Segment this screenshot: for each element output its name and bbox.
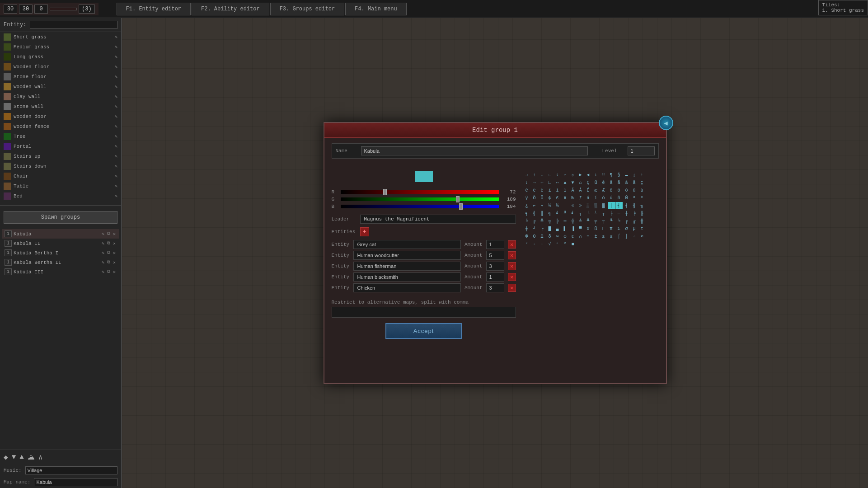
char-cell[interactable]: Å: [577, 187, 584, 194]
entity-amount-input[interactable]: [486, 283, 504, 292]
remove-entity-button[interactable]: ✕: [508, 251, 516, 259]
char-cell[interactable]: ä: [615, 179, 623, 186]
entity-amount-input[interactable]: [486, 240, 504, 249]
char-cell[interactable]: ╖: [638, 202, 646, 209]
char-cell[interactable]: ↓: [539, 171, 546, 178]
char-cell[interactable]: █: [546, 225, 554, 232]
spawn-item-kabula-bertha-ii[interactable]: 1 Kabula Bertha II ✎ ⧉ ✕: [2, 258, 119, 267]
char-cell[interactable]: ▓: [600, 202, 607, 209]
edit-pencil-icon[interactable]: ✎: [101, 231, 105, 237]
char-cell[interactable]: á: [585, 194, 592, 202]
char-cell[interactable]: ï: [546, 187, 554, 194]
char-cell[interactable]: ╩: [539, 217, 546, 225]
remove-entity-button[interactable]: ✕: [508, 284, 516, 292]
remove-entity-button[interactable]: ✕: [508, 262, 516, 270]
char-cell[interactable]: ▄: [554, 225, 561, 232]
char-cell[interactable]: ↕: [592, 171, 600, 178]
delete-icon[interactable]: ✕: [112, 269, 117, 275]
char-cell[interactable]: ╧: [577, 217, 584, 225]
char-cell[interactable]: º: [638, 194, 646, 202]
char-cell[interactable]: ≈: [638, 233, 646, 240]
g-slider[interactable]: [341, 197, 499, 201]
restrict-input[interactable]: [332, 307, 516, 318]
char-cell[interactable]: τ: [638, 225, 646, 232]
char-cell[interactable]: √: [546, 240, 554, 248]
char-cell[interactable]: ↑: [638, 171, 646, 178]
char-cell[interactable]: ╣: [531, 210, 538, 217]
char-cell[interactable]: ö: [615, 187, 623, 194]
sidebar-item-tree[interactable]: Tree ✎: [0, 131, 121, 141]
char-cell[interactable]: ù: [638, 187, 646, 194]
map-name-input[interactable]: [34, 478, 117, 486]
char-cell[interactable]: Γ: [600, 225, 607, 232]
char-cell[interactable]: Ñ: [623, 194, 630, 202]
char-cell[interactable]: ∞: [554, 233, 561, 240]
char-cell[interactable]: ⌐: [531, 202, 538, 209]
char-cell[interactable]: ª: [631, 194, 638, 202]
char-cell[interactable]: ⌂: [577, 179, 584, 186]
char-cell[interactable]: ╘: [615, 217, 623, 225]
char-cell[interactable]: ⌠: [615, 233, 623, 240]
char-cell[interactable]: Φ: [523, 233, 530, 240]
char-cell[interactable]: ¥: [562, 194, 569, 202]
char-cell[interactable]: â: [608, 179, 615, 186]
sidebar-item-wooden-wall[interactable]: Wooden wall ✎: [0, 82, 121, 92]
edit-pencil-icon[interactable]: ✎: [101, 259, 105, 266]
entity-name-input[interactable]: [353, 272, 461, 282]
sidebar-item-wooden-fence[interactable]: Wooden fence ✎: [0, 122, 121, 131]
char-cell[interactable]: à: [623, 179, 630, 186]
char-cell[interactable]: ▼: [569, 179, 577, 186]
char-cell[interactable]: ÿ: [523, 194, 530, 202]
char-cell[interactable]: ╞: [631, 210, 638, 217]
char-cell[interactable]: í: [592, 194, 600, 202]
char-cell[interactable]: ·: [539, 240, 546, 248]
char-cell[interactable]: é: [600, 179, 607, 186]
edit-icon[interactable]: ✎: [115, 124, 117, 129]
char-cell[interactable]: ë: [531, 187, 538, 194]
char-cell[interactable]: ╫: [638, 217, 646, 225]
char-cell[interactable]: ≥: [600, 233, 607, 240]
char-cell[interactable]: ╢: [631, 202, 638, 209]
char-cell[interactable]: ▌: [562, 225, 569, 232]
entity-name-input[interactable]: [353, 251, 461, 260]
char-cell[interactable]: Ω: [539, 233, 546, 240]
char-cell[interactable]: Æ: [600, 187, 607, 194]
spawn-item-kabula-bertha-i[interactable]: 1 Kabula Bertha I ✎ ⧉ ✕: [2, 248, 119, 258]
char-cell[interactable]: ₧: [569, 194, 577, 202]
edit-icon[interactable]: ✎: [115, 164, 117, 169]
char-cell[interactable]: ┴: [592, 210, 600, 217]
char-cell[interactable]: ┘: [531, 225, 538, 232]
copy-icon[interactable]: ⧉: [106, 269, 111, 275]
char-cell[interactable]: ╬: [569, 217, 577, 225]
char-cell[interactable]: ‼: [600, 171, 607, 178]
entity-amount-input[interactable]: [486, 272, 504, 282]
edit-icon[interactable]: ✎: [115, 183, 117, 189]
char-cell[interactable]: ô: [608, 187, 615, 194]
char-cell[interactable]: ◄: [585, 171, 592, 178]
char-cell[interactable]: φ: [562, 233, 569, 240]
diamond-tool[interactable]: ◆: [4, 453, 8, 462]
char-cell[interactable]: ←: [546, 171, 554, 178]
copy-icon[interactable]: ⧉: [106, 259, 111, 266]
char-cell[interactable]: ¼: [554, 202, 561, 209]
edit-icon[interactable]: ✎: [115, 44, 117, 50]
drop-tool[interactable]: ▼: [12, 453, 16, 461]
char-cell[interactable]: É: [585, 187, 592, 194]
sidebar-item-stairs-down[interactable]: Stairs down ✎: [0, 161, 121, 171]
sidebar-item-stone-wall[interactable]: Stone wall ✎: [0, 102, 121, 112]
char-cell[interactable]: σ: [623, 225, 630, 232]
char-cell[interactable]: ¶: [608, 171, 615, 178]
char-cell[interactable]: Θ: [531, 233, 538, 240]
sidebar-item-wooden-floor[interactable]: Wooden floor ✎: [0, 62, 121, 72]
entity-name-input[interactable]: [353, 262, 461, 271]
char-cell[interactable]: α: [585, 225, 592, 232]
tab-main-menu[interactable]: F4. Main menu: [345, 3, 407, 15]
char-cell[interactable]: Ü: [539, 194, 546, 202]
char-cell[interactable]: ╦: [546, 217, 554, 225]
char-cell[interactable]: ò: [623, 187, 630, 194]
char-cell[interactable]: ♂: [562, 171, 569, 178]
edit-icon[interactable]: ✎: [115, 74, 117, 80]
delete-icon[interactable]: ✕: [112, 259, 117, 266]
sidebar-item-short-grass[interactable]: Short grass ✎: [0, 32, 121, 42]
sidebar-item-stone-floor[interactable]: Stone floor ✎: [0, 72, 121, 82]
